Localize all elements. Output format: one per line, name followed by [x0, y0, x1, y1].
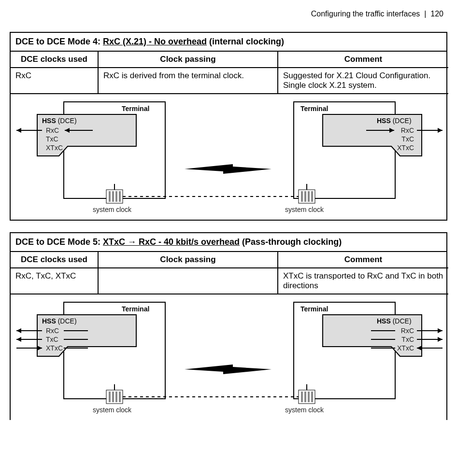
mode-4-svg: Terminal HSS (DCE) RxC TxC XTxC Termina: [11, 94, 448, 220]
svg-rect-14: [112, 191, 114, 202]
svg-rect-13: [109, 191, 111, 202]
system-clock-label: system clock: [93, 206, 132, 213]
cell-comment: Suggested for X.21 Cloud Configuration. …: [278, 68, 448, 94]
table-header-row: DCE clocks used Clock passing Comment: [11, 52, 448, 68]
hss-label: HSS (DCE): [377, 317, 412, 325]
signal-rxc: RxC: [401, 126, 414, 134]
table-header: Clock passing: [98, 252, 278, 268]
svg-rect-16: [119, 191, 121, 202]
signal-rxc: RxC: [46, 327, 59, 335]
table-header-row: DCE clocks used Clock passing Comment: [11, 252, 448, 268]
svg-rect-20: [304, 191, 306, 202]
cell-clock-passing: RxC is derived from the terminal clock.: [98, 68, 278, 94]
hss-label: HSS (DCE): [42, 117, 77, 125]
svg-marker-31: [16, 337, 21, 342]
mode-5-title: DCE to DCE Mode 5: XTxC → RxC - 40 kbit/…: [11, 233, 446, 252]
signal-xtxc: XTxC: [397, 144, 414, 152]
mode-4-title-underlined: RxC (X.21) - No overhead: [103, 37, 207, 46]
terminal-label: Terminal: [300, 305, 328, 313]
mode-5-diagram: Terminal HSS (DCE) RxC TxC XTxC: [11, 294, 448, 420]
svg-rect-19: [301, 191, 303, 202]
system-clock-label: system clock: [93, 406, 132, 414]
svg-rect-56: [304, 392, 306, 402]
signal-txc: TxC: [46, 336, 58, 343]
mode-4-table: DCE clocks used Clock passing Comment Rx…: [11, 52, 448, 220]
signal-rxc: RxC: [401, 327, 414, 335]
signal-xtxc: XTxC: [46, 144, 63, 152]
mode-5-svg: Terminal HSS (DCE) RxC TxC XTxC: [11, 294, 448, 420]
mode-5-title-suffix: (Pass-through clocking): [240, 237, 342, 247]
page-number: 120: [430, 10, 443, 18]
signal-xtxc: XTxC: [46, 344, 63, 352]
svg-rect-49: [109, 392, 111, 402]
svg-rect-55: [301, 392, 303, 402]
svg-rect-50: [112, 392, 114, 402]
svg-marker-42: [438, 337, 443, 342]
page-header: Configuring the traffic interfaces | 120: [10, 10, 447, 18]
system-clock-label: system clock: [285, 206, 324, 213]
cell-clocks-used: RxC, TxC, XTxC: [11, 268, 98, 294]
mode-5-title-underlined: XTxC → RxC - 40 kbit/s overhead: [103, 237, 240, 247]
cell-clocks-used: RxC: [11, 68, 98, 94]
svg-rect-52: [119, 392, 121, 402]
table-row: RxC RxC is derived from the terminal clo…: [11, 68, 448, 94]
svg-rect-58: [311, 392, 313, 402]
svg-rect-51: [115, 392, 117, 402]
svg-marker-3: [16, 128, 21, 133]
svg-marker-29: [16, 328, 21, 333]
system-clock-label: system clock: [285, 406, 324, 414]
table-header: Comment: [278, 252, 448, 268]
signal-rxc: RxC: [46, 126, 59, 134]
mode-4-diagram: Terminal HSS (DCE) RxC TxC XTxC Termina: [11, 94, 448, 220]
cell-clock-passing: [98, 268, 278, 294]
table-row: RxC, TxC, XTxC XTxC is transported to Rx…: [11, 268, 448, 294]
mode-4-title: DCE to DCE Mode 4: RxC (X.21) - No overh…: [11, 33, 446, 52]
mode-5-table: DCE clocks used Clock passing Comment Rx…: [11, 252, 448, 420]
hss-label: HSS (DCE): [377, 117, 412, 125]
mode-5-section: DCE to DCE Mode 5: XTxC → RxC - 40 kbit/…: [10, 232, 447, 420]
signal-txc: TxC: [401, 336, 414, 343]
mode-4-title-prefix: DCE to DCE Mode 4:: [15, 37, 103, 46]
table-header: DCE clocks used: [11, 252, 98, 268]
svg-marker-40: [438, 328, 443, 333]
terminal-label: Terminal: [122, 105, 149, 112]
table-header: Comment: [278, 52, 448, 68]
mode-5-title-prefix: DCE to DCE Mode 5:: [15, 237, 103, 247]
hss-label: HSS (DCE): [42, 317, 77, 325]
table-header: DCE clocks used: [11, 52, 98, 68]
signal-xtxc: XTxC: [397, 344, 414, 352]
table-header: Clock passing: [98, 52, 278, 68]
svg-rect-21: [308, 191, 310, 202]
mode-4-section: DCE to DCE Mode 4: RxC (X.21) - No overh…: [10, 32, 447, 221]
breadcrumb-separator: |: [424, 10, 426, 18]
svg-rect-22: [311, 191, 313, 202]
terminal-label: Terminal: [300, 105, 328, 112]
mode-4-title-suffix: (internal clocking): [207, 37, 284, 46]
svg-rect-57: [308, 392, 310, 402]
cell-comment: XTxC is transported to RxC and TxC in bo…: [278, 268, 448, 294]
breadcrumb: Configuring the traffic interfaces: [311, 10, 420, 18]
svg-rect-15: [115, 191, 117, 202]
svg-marker-25: [185, 164, 271, 174]
signal-txc: TxC: [46, 135, 58, 143]
svg-marker-9: [438, 128, 443, 133]
signal-txc: TxC: [401, 135, 414, 143]
svg-marker-61: [185, 364, 271, 374]
terminal-label: Terminal: [122, 305, 149, 313]
